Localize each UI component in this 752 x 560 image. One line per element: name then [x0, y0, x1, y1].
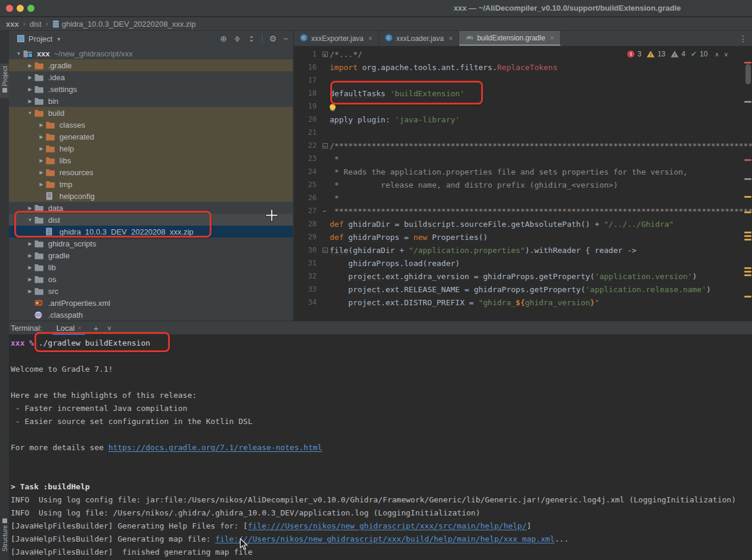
chevron-down-icon[interactable]: ▾	[57, 36, 60, 42]
terminal-link[interactable]: file:///Users/nikos/new_ghidrascript/xxx…	[215, 534, 554, 543]
tool-button-project[interactable]: Project	[0, 64, 9, 98]
chevron-collapsed-icon[interactable]: ▶	[37, 158, 46, 163]
tree-item-bin[interactable]: ▶bin	[9, 95, 293, 107]
tree-item--settings[interactable]: ▶.settings	[9, 83, 293, 95]
next-issue-icon[interactable]: ∨	[724, 51, 728, 58]
code-line-34[interactable]: 34 project.ext.DISTRO_PREFIX = "ghidra_$…	[294, 296, 752, 309]
chevron-collapsed-icon[interactable]: ▶	[26, 99, 34, 104]
close-icon[interactable]: ×	[78, 324, 81, 331]
chevron-expanded-icon[interactable]: ▼	[26, 110, 34, 116]
error-stripe-mark[interactable]	[744, 239, 751, 241]
error-count-icon[interactable]: !	[627, 50, 634, 58]
chevron-collapsed-icon[interactable]: ▶	[26, 253, 34, 258]
gear-icon[interactable]: ⚙	[269, 34, 277, 43]
tree-item--idea[interactable]: ▶.idea	[9, 71, 293, 83]
code-line-16[interactable]: 16import org.apache.tools.ant.filters.Re…	[294, 61, 752, 74]
code-line-20[interactable]: 20apply plugin: 'java-library'	[294, 113, 752, 126]
chevron-collapsed-icon[interactable]: ▶	[26, 87, 34, 92]
chevron-collapsed-icon[interactable]: ▶	[26, 205, 34, 211]
typo-count-icon[interactable]: ✔	[691, 50, 697, 58]
fold-marker-icon[interactable]: ⌐	[320, 208, 330, 214]
terminal-link[interactable]: https://docs.gradle.org/7.1/release-note…	[108, 443, 322, 452]
collapse-all-icon[interactable]	[248, 35, 255, 43]
tree-item-src[interactable]: ▶src	[9, 285, 293, 297]
warning-count[interactable]: 13	[658, 50, 665, 58]
new-terminal-session-icon[interactable]: +	[93, 323, 99, 333]
tree-item-libs[interactable]: ▶libs	[9, 154, 293, 166]
code-line-33[interactable]: 33 project.ext.RELEASE_NAME = ghidraProp…	[294, 283, 752, 296]
tree-item-ghidra-scripts[interactable]: ▶ghidra_scripts	[9, 238, 293, 249]
warning-count-icon[interactable]: !	[647, 51, 655, 58]
chevron-expanded-icon[interactable]: ▼	[26, 217, 34, 223]
tree-item-helpconfig[interactable]: helpconfig	[9, 190, 293, 202]
tree-item-data[interactable]: ▶data	[9, 202, 293, 214]
error-stripe-mark[interactable]	[744, 101, 751, 103]
chevron-collapsed-icon[interactable]: ▶	[26, 63, 34, 68]
breadcrumb-item-file[interactable]: ghidra_10.0.3_DEV_20220208_xxx.zip	[62, 20, 196, 29]
typo-count[interactable]: 10	[700, 50, 707, 58]
chevron-down-icon[interactable]: ∨	[107, 324, 112, 332]
close-icon[interactable]: ×	[448, 34, 453, 43]
code-line-17[interactable]: 17	[294, 74, 752, 87]
weak-warning-count-icon[interactable]: !	[671, 51, 678, 58]
tree-item-dist[interactable]: ▼dist	[9, 214, 293, 226]
code-line-25[interactable]: 25 * release name, and distro prefix (gh…	[294, 178, 752, 191]
minimize-window-button[interactable]	[17, 5, 24, 12]
intention-bulb-icon[interactable]	[330, 104, 336, 110]
error-stripe-mark[interactable]	[744, 178, 751, 180]
tree-item-ghidra-10-0-3-dev-20220208-xxx-zip[interactable]: ghidra_10.0.3_DEV_20220208_xxx.zip	[9, 226, 293, 238]
code-line-28[interactable]: 28def ghidraDir = buildscript.sourceFile…	[294, 217, 752, 230]
code-line-30[interactable]: 30−file(ghidraDir + "/application.proper…	[294, 243, 752, 257]
editor-scrollbar-thumb[interactable]	[745, 64, 751, 84]
error-stripe-mark[interactable]	[744, 232, 751, 233]
terminal-tab-local[interactable]: Local ×	[53, 321, 86, 335]
chevron-collapsed-icon[interactable]: ▶	[37, 134, 46, 140]
error-stripe-mark[interactable]	[744, 296, 751, 298]
code-line-26[interactable]: 26 *	[294, 191, 752, 204]
tree-item-classes[interactable]: ▶classes	[9, 119, 293, 131]
tree-item--gradle[interactable]: ▶.gradle	[9, 59, 293, 71]
chevron-collapsed-icon[interactable]: ▶	[26, 289, 34, 294]
tab-buildextension-gradle[interactable]: buildExtension.gradle×	[459, 31, 561, 46]
chevron-collapsed-icon[interactable]: ▶	[37, 122, 46, 128]
error-stripe-mark[interactable]	[744, 235, 751, 237]
code-line-32[interactable]: 32 project.ext.ghidra_version = ghidraPr…	[294, 270, 752, 283]
tree-item-gradle[interactable]: ▶gradle	[9, 249, 293, 261]
tool-button-structure[interactable]: Structure	[0, 517, 9, 552]
tree-item-os[interactable]: ▶os	[9, 273, 293, 285]
tree-item-help[interactable]: ▶help	[9, 143, 293, 154]
chevron-collapsed-icon[interactable]: ▶	[26, 241, 34, 246]
locate-file-icon[interactable]: ⊕	[220, 34, 228, 43]
close-icon[interactable]: ×	[550, 34, 554, 42]
terminal-link[interactable]: file:///Users/nikos/new_ghidrascript/xxx…	[248, 521, 527, 530]
weak-warning-count[interactable]: 4	[681, 50, 685, 58]
fold-plus-icon[interactable]: +	[323, 52, 328, 57]
error-stripe-mark[interactable]	[744, 211, 751, 213]
code-line-21[interactable]: 21	[294, 126, 752, 139]
error-stripe-mark[interactable]	[744, 267, 751, 269]
chevron-collapsed-icon[interactable]: ▶	[37, 170, 46, 175]
zoom-window-button[interactable]	[27, 5, 34, 12]
fold-marker-icon[interactable]: −	[320, 143, 330, 149]
error-count[interactable]: 3	[637, 50, 642, 58]
project-panel-title[interactable]: Project	[29, 34, 52, 43]
chevron-collapsed-icon[interactable]: ▶	[37, 146, 46, 151]
code-line-18[interactable]: 18defaultTasks 'buildExtension'	[294, 87, 752, 100]
error-stripe-mark[interactable]	[744, 274, 751, 276]
tab-xxxexporter-java[interactable]: CxxxExporter.java×	[294, 31, 379, 46]
tab-xxxloader-java[interactable]: CxxxLoader.java×	[379, 31, 459, 46]
close-window-button[interactable]	[6, 5, 13, 12]
code-line-29[interactable]: 29def ghidraProps = new Properties()	[294, 230, 752, 243]
expand-all-icon[interactable]	[233, 35, 241, 43]
tree-item-build[interactable]: ▼build	[9, 107, 293, 119]
tree-item-generated[interactable]: ▶generated	[9, 131, 293, 143]
breadcrumb-item-dist[interactable]: dist	[30, 20, 42, 29]
editor-content[interactable]: 1+/*...*/16import org.apache.tools.ant.f…	[294, 48, 752, 309]
chevron-collapsed-icon[interactable]: ▶	[26, 265, 34, 270]
fold-marker-icon[interactable]: −	[320, 247, 330, 254]
code-line-19[interactable]: 19	[294, 100, 752, 113]
close-icon[interactable]: ×	[368, 34, 372, 43]
previous-issue-icon[interactable]: ∧	[715, 51, 719, 58]
chevron-collapsed-icon[interactable]: ▶	[26, 75, 34, 80]
error-stripe-mark[interactable]	[744, 62, 751, 64]
